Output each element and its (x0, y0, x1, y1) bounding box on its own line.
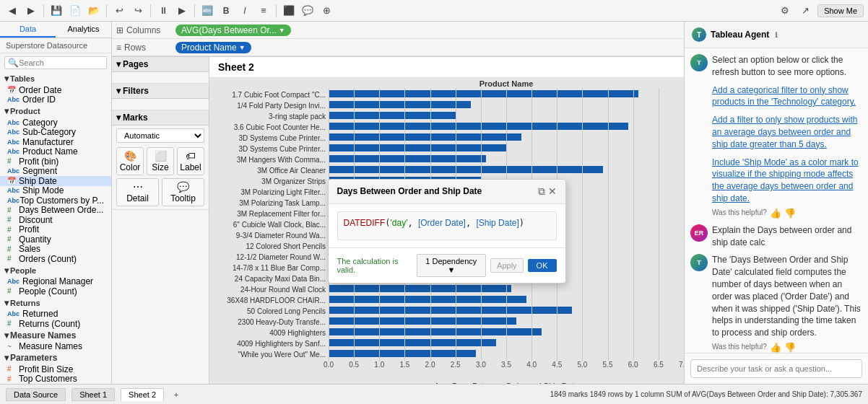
hash-icon8: # (7, 287, 16, 295)
field-days-between[interactable]: # Days Between Orde... (0, 206, 111, 216)
thumbs-up-btn-2[interactable]: 👍 (770, 342, 781, 353)
open-btn[interactable]: 📂 (86, 3, 102, 19)
marks-size-btn[interactable]: ⬜ Size (147, 147, 174, 175)
pill-arrow2: ▼ (239, 44, 246, 51)
formula-field2: [Ship Date] (476, 218, 518, 228)
field-manufacturer[interactable]: Abc Manufacturer (0, 137, 111, 147)
agent-input[interactable] (690, 359, 862, 378)
hash-icon5: # (7, 235, 16, 243)
field-top-customers-param[interactable]: # Top Customers (0, 374, 111, 385)
abc-icon8: Abc (7, 197, 17, 204)
save-btn[interactable]: 💾 (48, 3, 64, 19)
rows-shelf: ≡ Rows Product Name ▼ (112, 39, 684, 56)
chevron-pages: ▾ (116, 59, 121, 69)
abc-icon9: Abc (7, 278, 19, 285)
field-regional-manager[interactable]: Abc Regional Manager (0, 277, 111, 287)
show-me-button[interactable]: Show Me (817, 4, 864, 17)
agent-message-4: Include 'Ship Mode' as a color mark to v… (690, 157, 862, 219)
left-panels: ▾ Pages ▾ Filters ▾ Marks Automatic (112, 57, 209, 384)
section-measure-names[interactable]: ▾ Measure Names (0, 329, 111, 342)
align-btn[interactable]: ≡ (256, 3, 272, 19)
add-sheet-btn[interactable]: + (170, 388, 183, 401)
field-profit-bin-size[interactable]: # Profit Bin Size (0, 364, 111, 374)
field-profit-bin[interactable]: # Profit (bin) (0, 157, 111, 167)
detail-icon: ⋯ (133, 181, 143, 193)
tab-sheet2[interactable]: Sheet 2 (121, 388, 164, 401)
marks-type-dropdown[interactable]: Automatic (116, 128, 204, 143)
formula-editor[interactable]: DATEDIFF('day', [Order Date], [Ship Date… (337, 211, 557, 240)
section-returns[interactable]: ▾ Returns (0, 297, 111, 309)
italic-btn[interactable]: I (237, 3, 253, 19)
thumbs-up-btn-1[interactable]: 👍 (770, 208, 781, 219)
dependency-button[interactable]: 1 Dependency ▼ (417, 254, 486, 277)
settings-btn[interactable]: ⚙ (777, 3, 793, 19)
field-measure-names[interactable]: ~ Measure Names (0, 342, 111, 352)
new-btn[interactable]: 📄 (67, 3, 83, 19)
marks-tooltip-btn[interactable]: 💬 Tooltip (162, 178, 204, 206)
marks-detail-btn[interactable]: ⋯ Detail (116, 178, 159, 206)
section-parameters[interactable]: ▾ Parameters (0, 351, 111, 364)
tooltip-icon: 💬 (177, 181, 189, 193)
agent-logo: T (692, 27, 706, 42)
section-tables[interactable]: ▾ Tables (0, 72, 111, 85)
field-profit[interactable]: # Profit (0, 225, 111, 235)
field-top-customers[interactable]: Abc Top Customers by P... (0, 196, 111, 206)
agent-msg-body-5: Explain the Days between order and ship … (712, 224, 862, 249)
forward-btn[interactable]: ▶ (23, 3, 39, 19)
mark-btn[interactable]: ⊕ (318, 3, 334, 19)
filters-header[interactable]: ▾ Filters (112, 84, 209, 99)
apply-button[interactable]: Apply (490, 258, 524, 273)
marks-label-btn[interactable]: 🏷 Label (177, 147, 204, 175)
section-product[interactable]: ▾ Product (0, 105, 111, 118)
field-order-date[interactable]: 📅 Order Date (0, 85, 111, 95)
field-returned[interactable]: Abc Returned (0, 309, 111, 320)
rows-pill[interactable]: Product Name ▼ (175, 42, 251, 53)
caption-btn[interactable]: 💬 (300, 3, 316, 19)
pages-header[interactable]: ▾ Pages (112, 57, 209, 72)
field-orders-count[interactable]: # Orders (Count) (0, 254, 111, 264)
field-order-id[interactable]: Abc Order ID (0, 95, 111, 105)
search-input[interactable] (19, 58, 103, 67)
suggestion-link-3[interactable]: Include 'Ship Mode' as a color mark to v… (712, 157, 859, 203)
marks-color-btn[interactable]: 🎨 Color (116, 147, 144, 175)
back-btn[interactable]: ◀ (4, 3, 20, 19)
tab-analytics[interactable]: Analytics (56, 22, 111, 38)
field-category[interactable]: Abc Category (0, 118, 111, 128)
run-btn[interactable]: ▶ (174, 3, 190, 19)
field-product-name[interactable]: Abc Product Name (0, 147, 111, 157)
abc-icon2: Abc (7, 119, 19, 126)
format-btn[interactable]: 🔤 (199, 3, 215, 19)
field-people-count[interactable]: # People (Count) (0, 286, 111, 297)
formula-string: 'day' (391, 218, 408, 228)
field-ship-mode[interactable]: Abc Ship Mode (0, 186, 111, 196)
abc-icon: Abc (7, 96, 19, 103)
field-returns-count[interactable]: # Returns (Count) (0, 319, 111, 329)
thumbs-down-btn-1[interactable]: 👎 (784, 208, 796, 219)
field-ship-date[interactable]: 📅 Ship Date (0, 176, 111, 186)
field-quantity[interactable]: # Quantity (0, 234, 111, 245)
redo-btn[interactable]: ↪ (130, 3, 146, 19)
columns-pill[interactable]: AVG(Days Between Or... ▼ (175, 25, 291, 36)
field-segment[interactable]: Abc Segment (0, 167, 111, 177)
insert-btn[interactable]: ⬛ (281, 3, 297, 19)
suggestion-link-2[interactable]: Add a filter to only show products with … (712, 115, 857, 149)
tab-data-source[interactable]: Data Source (6, 388, 66, 401)
field-sales[interactable]: # Sales (0, 245, 111, 255)
share-btn[interactable]: ↗ (797, 3, 813, 19)
pause-btn[interactable]: ⏸ (155, 3, 171, 19)
suggestion-link-1[interactable]: Add a categorical filter to only show pr… (712, 85, 856, 107)
modal-copy-btn[interactable]: ⧉ (538, 185, 545, 198)
bold-btn[interactable]: B (218, 3, 234, 19)
marks-header[interactable]: ▾ Marks (112, 110, 209, 126)
ok-button[interactable]: OK (528, 259, 557, 272)
field-subcategory[interactable]: Abc Sub-Category (0, 128, 111, 138)
agent-avatar-2: T (690, 254, 708, 271)
tab-sheet1[interactable]: Sheet 1 (71, 388, 115, 401)
tab-data[interactable]: Data (0, 22, 56, 38)
sidebar-tabs: Data Analytics (0, 22, 111, 38)
section-people[interactable]: ▾ People (0, 264, 111, 277)
thumbs-down-btn-2[interactable]: 👎 (784, 342, 796, 353)
modal-close-btn[interactable]: ✕ (548, 185, 557, 198)
field-discount[interactable]: # Discount (0, 215, 111, 225)
undo-btn[interactable]: ↩ (111, 3, 127, 19)
